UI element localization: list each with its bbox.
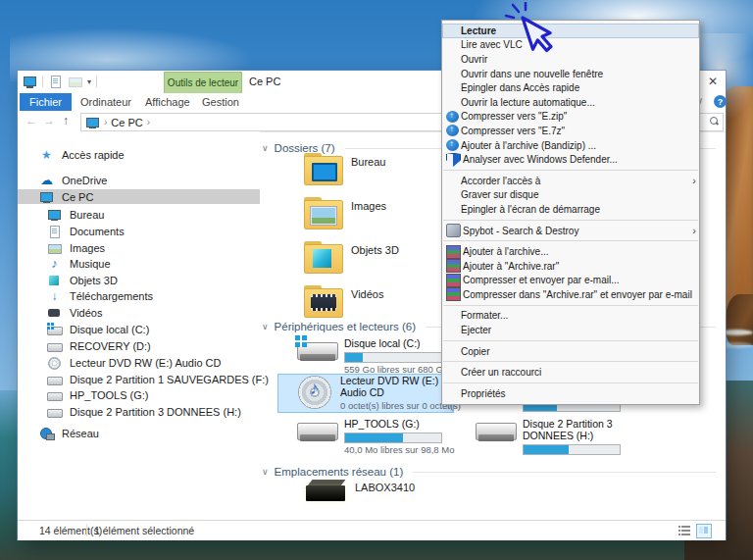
status-bar: 14 élément(s) 1 élément sélectionné — [18, 520, 726, 540]
context-menu-item[interactable]: Compresser et envoyer par e-mail... — [442, 274, 699, 288]
context-menu-item[interactable]: Ajouter à "Archive.rar" — [442, 259, 699, 274]
context-menu-item[interactable]: Propriétés — [442, 386, 699, 401]
winrar-icon — [446, 274, 461, 287]
drive-tile[interactable]: HP_TOOLS (G:)40,0 Mo libres sur 98,8 Mo — [277, 417, 454, 457]
sidebar-item[interactable]: RECOVERY (D:) — [18, 338, 260, 353]
context-menu-item[interactable]: Compresser dans "Archive.rar" et envoyer… — [442, 287, 699, 302]
context-menu-item[interactable]: Formater... — [442, 309, 699, 324]
context-menu-item[interactable]: Ouvrir dans une nouvelle fenêtre — [442, 67, 699, 81]
tab-affichage[interactable]: Affichage — [135, 93, 200, 111]
objets3d-motif-icon — [313, 249, 331, 268]
context-menu-item[interactable]: Lire avec VLC — [442, 38, 699, 53]
folder-label: Images — [351, 200, 386, 229]
context-menu-item[interactable]: Épingler dans Accès rapide — [442, 80, 699, 95]
context-menu-item[interactable]: Accorder l'accès à› — [442, 174, 699, 188]
sidebar-item-label: Disque 2 Partition 3 DONNEES (H:) — [70, 406, 241, 418]
forward-button[interactable]: → — [43, 114, 55, 127]
context-menu-item[interactable]: Lecture — [442, 24, 699, 38]
dvd-icon — [47, 356, 62, 370]
desktop: ▾ Outils de lecteur Ce PC ✕ ∨ ? FichierO… — [0, 0, 753, 560]
drive-tile[interactable]: Lecteur DVD RW (E:) Audio CD0 octet(s) l… — [277, 374, 454, 413]
sidebar-item-label: Objets 3D — [70, 275, 118, 286]
drive-usage-fill — [345, 433, 403, 442]
details-view-button[interactable] — [678, 524, 692, 536]
properties-icon[interactable] — [48, 75, 63, 88]
divider — [86, 524, 87, 536]
context-menu-item-label: Compresser vers "E.zip" — [461, 111, 696, 122]
context-menu-item[interactable]: Ouvrir — [442, 52, 699, 67]
sidebar-item-label: Vidéos — [70, 307, 102, 319]
drive-tile[interactable]: Disque local (C:)559 Go libres sur 680 G… — [277, 336, 454, 377]
context-menu-item-label: Lecture — [461, 25, 696, 36]
search-icon — [710, 117, 718, 125]
icons-view-button[interactable] — [696, 524, 712, 538]
context-menu-item[interactable]: Créer un raccourci — [442, 365, 699, 380]
context-menu-item-label: Lire avec VLC — [461, 39, 696, 50]
context-menu-item[interactable]: Analyser avec Windows Defender... — [442, 152, 699, 167]
windows-drive-icon — [47, 323, 62, 336]
context-menu-item[interactable]: Ajouter à l'archive (Bandizip) ... — [442, 138, 699, 153]
sidebar-item[interactable]: Disque 2 Partition 1 SAUVEGARDES (F:) — [18, 372, 260, 386]
folder-icon — [304, 285, 343, 317]
drive-icon — [47, 339, 62, 353]
chevron-down-icon[interactable]: ∨ — [262, 143, 269, 153]
desktop-icon — [47, 208, 62, 222]
chevron-down-icon[interactable]: ∨ — [262, 322, 269, 331]
context-menu-item[interactable]: Ajouter à l'archive... — [442, 244, 699, 259]
new-folder-icon[interactable] — [68, 75, 82, 88]
sidebar-item[interactable]: Documents — [18, 224, 260, 238]
sidebar-item[interactable]: Ce PC — [18, 189, 260, 204]
folder-tile[interactable]: Images — [284, 197, 386, 229]
context-menu-item[interactable]: Épingler à l'écran de démarrage — [442, 202, 699, 217]
context-menu-item[interactable]: Ouvrir la lecture automatique... — [442, 95, 699, 110]
sidebar-item-label: RECOVERY (D:) — [70, 340, 151, 352]
context-menu-item-label: Ouvrir dans une nouvelle fenêtre — [461, 69, 696, 79]
drive-usage-bar — [344, 433, 442, 443]
sidebar-item[interactable]: Disque local (C:) — [18, 322, 260, 336]
sidebar-item[interactable]: Vidéos — [18, 305, 260, 320]
context-menu-item[interactable]: Compresser vers "E.zip" — [442, 110, 699, 125]
computer-icon[interactable] — [23, 75, 37, 88]
help-icon[interactable]: ? — [714, 95, 727, 108]
sidebar-item[interactable]: Téléchargements — [18, 288, 260, 303]
sidebar-item[interactable]: Disque 2 Partition 3 DONNEES (H:) — [18, 404, 260, 419]
context-menu-item-label: Compresser et envoyer par e-mail... — [463, 275, 696, 285]
sidebar-item[interactable]: Lecteur DVD RW (E:) Audio CD — [18, 355, 260, 370]
submenu-arrow-icon: › — [684, 225, 696, 236]
menu-item-icon-empty — [446, 175, 459, 186]
network-device-tile[interactable]: LABOX3410 — [284, 477, 415, 506]
qat-dropdown-icon[interactable]: ▾ — [87, 77, 91, 86]
folder-tile[interactable]: Objets 3D — [284, 241, 399, 273]
tab-ordinateur[interactable]: Ordinateur — [71, 93, 141, 111]
tab-fichier[interactable]: Fichier — [20, 93, 72, 111]
chevron-down-icon[interactable]: ∨ — [262, 467, 269, 477]
sidebar-item[interactable]: Images — [18, 240, 260, 255]
context-menu-item[interactable]: Graver sur disque — [442, 188, 699, 203]
context-menu-item[interactable]: Éjecter — [442, 323, 699, 337]
folder-tile[interactable]: Vidéos — [284, 285, 383, 317]
back-button[interactable]: ← — [25, 114, 37, 127]
winrar-icon — [446, 287, 461, 301]
folder-tile[interactable]: Bureau — [284, 153, 385, 184]
up-button[interactable]: ↑ — [63, 114, 69, 127]
sidebar-item[interactable]: Accès rapide — [18, 147, 260, 162]
drive-icon — [47, 405, 62, 419]
context-menu-item-label: Propriétés — [461, 388, 696, 399]
context-menu-item[interactable]: Spybot - Search & Destroy› — [442, 224, 699, 238]
sidebar-item[interactable]: Musique — [18, 256, 260, 271]
sidebar-item[interactable]: OneDrive — [18, 173, 260, 187]
tab-gestion[interactable]: Gestion — [192, 93, 249, 111]
divider — [42, 76, 43, 87]
drive-tile[interactable]: Disque 2 Partition 3 DONNEES (H:) — [456, 417, 632, 457]
breadcrumb[interactable]: Ce PC — [111, 117, 142, 128]
sidebar-item[interactable]: Bureau — [18, 207, 260, 222]
close-button[interactable]: ✕ — [701, 72, 725, 91]
sidebar-item[interactable]: Réseau — [18, 426, 260, 440]
context-menu-item[interactable]: Compresser vers "E.7z" — [442, 124, 699, 138]
sidebar-item[interactable]: HP_TOOLS (G:) — [18, 387, 260, 402]
sidebar-item[interactable]: Objets 3D — [18, 273, 260, 287]
drive-name: Lecteur DVD RW (E:) Audio CD — [340, 376, 458, 399]
context-menu-item[interactable]: Copier — [442, 344, 699, 359]
menu-item-icon-empty — [446, 68, 459, 79]
network-device-label: LABOX3410 — [355, 482, 415, 506]
